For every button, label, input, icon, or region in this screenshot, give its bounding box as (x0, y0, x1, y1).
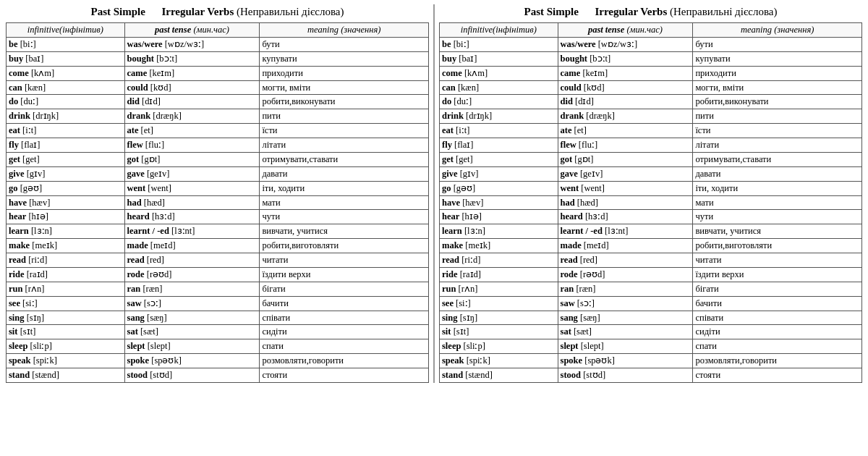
pt-cell: was/were [wɒz/wɜː] (558, 37, 693, 51)
inf-phonetic: [gəʊ] (20, 183, 43, 193)
inf-cell: do [duː] (7, 95, 125, 109)
right-title-ukrainian: (Неправильні дієслова) (670, 6, 777, 17)
inf-word: go (442, 183, 451, 193)
inf-word: go (9, 183, 18, 193)
pt-cell: ran [ræn] (558, 282, 693, 296)
pt-cell: spoke [spəʊk] (558, 354, 693, 368)
pt-cell: could [kʊd] (124, 80, 260, 95)
pt-cell: made [meɪd] (558, 239, 693, 253)
main-columns: Past Simple Irregular Verbs (Неправильні… (3, 4, 865, 383)
pt-word: heard (127, 211, 150, 221)
pt-phonetic: [sæt] (574, 326, 592, 337)
pt-phonetic: [bɔːt] (590, 54, 610, 64)
right-table: infinitive(інфінітив) past tense (мин.ча… (439, 22, 862, 383)
inf-phonetic: [riːd] (28, 255, 47, 265)
inf-cell: read [riːd] (7, 253, 125, 268)
pt-word: flew (127, 140, 143, 150)
pt-word: drank (127, 111, 151, 121)
inf-phonetic: [siː] (456, 298, 471, 308)
pt-word: was/were (561, 39, 596, 49)
pt-cell: bought [bɔːt] (558, 51, 693, 66)
inf-cell: see [siː] (440, 296, 558, 311)
pt-cell: had [hæd] (124, 195, 260, 210)
pt-word: sang (561, 313, 578, 323)
inf-phonetic: [biː] (454, 39, 469, 49)
table-row: read [riːd]read [red]читати (7, 253, 429, 268)
inf-cell: go [gəʊ] (440, 181, 558, 195)
pt-phonetic: [hɜːd] (152, 211, 175, 221)
pt-phonetic: [geɪv] (147, 169, 169, 179)
inf-cell: be [biː] (7, 37, 125, 51)
meaning-cell: мати (693, 195, 862, 210)
pt-word: read (127, 255, 145, 265)
pt-cell: flew [fluː] (558, 138, 693, 153)
meaning-cell: іти, ходити (260, 181, 429, 195)
inf-cell: stand [stænd] (440, 368, 558, 383)
pt-cell: stood [stʊd] (558, 368, 693, 383)
inf-cell: sleep [sliːp] (440, 339, 558, 354)
pt-phonetic: [spəʊk] (584, 355, 615, 366)
table-row: give [gɪv]gave [geɪv]давати (7, 166, 429, 181)
inf-word: hear (9, 211, 26, 221)
meaning-cell: літати (260, 138, 429, 153)
pt-cell: could [kʊd] (558, 80, 693, 95)
inf-cell: buy [baɪ] (440, 51, 558, 66)
inf-phonetic: [meɪk] (32, 240, 57, 250)
pt-phonetic: [meɪd] (150, 240, 176, 250)
meaning-cell: розмовляти,говорити (693, 354, 862, 368)
pt-cell: came [keɪm] (558, 66, 693, 80)
inf-phonetic: [sɪt] (454, 326, 469, 337)
pt-word: saw (127, 298, 142, 308)
pt-cell: had [hæd] (558, 195, 693, 210)
right-th-past: past tense (мин.час) (558, 23, 693, 38)
meaning-cell: бути (260, 37, 429, 51)
table-row: sleep [sliːp]slept [slept]спати (7, 339, 429, 354)
table-row: run [rʌn]ran [ræn]бігати (7, 282, 429, 296)
pt-word: rode (127, 269, 145, 279)
inf-cell: speak [spiːk] (7, 354, 125, 368)
pt-phonetic: [rəʊd] (580, 269, 605, 279)
pt-cell: heard [hɜːd] (558, 210, 693, 224)
inf-phonetic: [sɪŋ] (460, 313, 477, 323)
meaning-cell: пити (693, 109, 862, 124)
inf-word: get (442, 154, 454, 164)
pt-word: came (127, 68, 148, 78)
inf-word: learn (9, 226, 29, 236)
inf-word: eat (442, 125, 454, 135)
table-row: go [gəʊ]went [went]іти, ходити (440, 181, 862, 195)
pt-cell: flew [fluː] (124, 138, 260, 153)
inf-word: eat (9, 125, 20, 135)
pt-phonetic: [dræŋk] (153, 111, 182, 121)
pt-word: drank (561, 111, 584, 121)
table-row: have [hæv]had [hæd]мати (7, 195, 429, 210)
inf-word: sit (442, 326, 451, 337)
inf-word: do (9, 96, 18, 106)
table-row: be [biː]was/were [wɒz/wɜː]бути (7, 37, 429, 51)
inf-cell: sing [sɪŋ] (440, 311, 558, 325)
table-row: stand [stænd]stood [stʊd]стояти (7, 368, 429, 383)
inf-phonetic: [baɪ] (25, 54, 43, 64)
pt-cell: went [went] (124, 181, 260, 195)
pt-phonetic: [spəʊk] (151, 355, 182, 366)
inf-word: come (9, 68, 29, 78)
inf-phonetic: [spiːk] (33, 355, 57, 366)
pt-word: did (127, 96, 140, 106)
pt-phonetic: [red] (147, 255, 164, 265)
table-row: do [duː]did [dɪd]робити,виконувати (7, 95, 429, 109)
pt-word: sat (127, 326, 138, 337)
pt-word: slept (127, 341, 145, 351)
inf-word: sing (9, 313, 25, 323)
table-row: buy [baɪ]bought [bɔːt]купувати (7, 51, 429, 66)
inf-phonetic: [sɪŋ] (27, 313, 44, 323)
pt-cell: learnt / -ed [lɜːnt] (124, 224, 260, 239)
inf-word: hear (442, 211, 459, 221)
right-header-row: infinitive(інфінітив) past tense (мин.ча… (440, 23, 862, 38)
table-row: get [get]got [gɒt]отримувати,ставати (440, 152, 862, 166)
inf-cell: see [siː] (7, 296, 125, 311)
meaning-cell: приходити (260, 66, 429, 80)
table-row: run [rʌn]ran [ræn]бігати (440, 282, 862, 296)
pt-phonetic: [gɒt] (141, 154, 160, 164)
table-row: hear [hɪə]heard [hɜːd]чути (7, 210, 429, 224)
inf-phonetic: [iːt] (22, 125, 36, 135)
table-row: speak [spiːk]spoke [spəʊk]розмовляти,гов… (7, 354, 429, 368)
